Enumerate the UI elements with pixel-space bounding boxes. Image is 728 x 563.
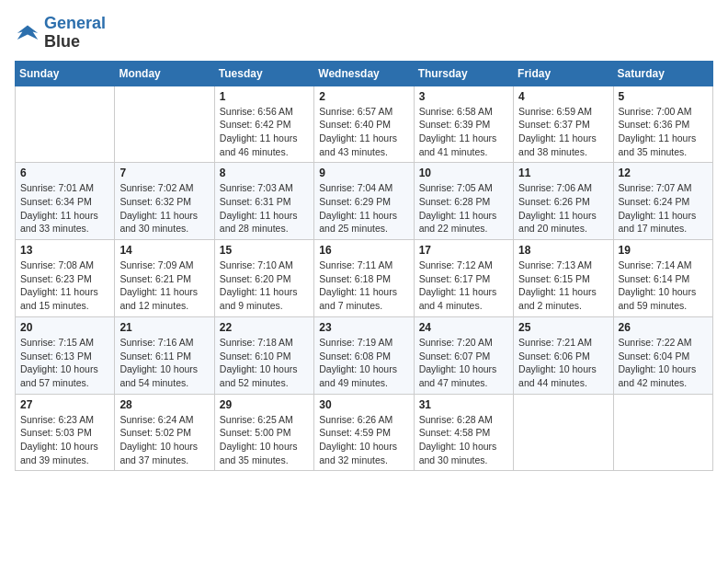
day-info: Sunrise: 7:09 AM Sunset: 6:21 PM Dayligh…	[119, 259, 209, 313]
calendar-cell: 28Sunrise: 6:24 AM Sunset: 5:02 PM Dayli…	[115, 394, 214, 471]
day-number: 18	[518, 244, 608, 257]
column-header-thursday: Thursday	[414, 61, 513, 86]
day-number: 7	[119, 167, 209, 179]
calendar-cell	[514, 394, 613, 471]
day-number: 24	[419, 321, 508, 334]
day-info: Sunrise: 7:16 AM Sunset: 6:11 PM Dayligh…	[119, 336, 209, 390]
calendar-cell: 3Sunrise: 6:58 AM Sunset: 6:39 PM Daylig…	[414, 86, 513, 163]
day-info: Sunrise: 7:19 AM Sunset: 6:08 PM Dayligh…	[319, 336, 408, 390]
day-info: Sunrise: 7:00 AM Sunset: 6:36 PM Dayligh…	[619, 105, 708, 159]
day-info: Sunrise: 7:18 AM Sunset: 6:10 PM Dayligh…	[220, 336, 309, 390]
day-info: Sunrise: 7:22 AM Sunset: 6:04 PM Dayligh…	[619, 336, 708, 390]
calendar-cell: 30Sunrise: 6:26 AM Sunset: 4:59 PM Dayli…	[314, 394, 414, 471]
day-number: 28	[119, 398, 209, 411]
day-number: 12	[619, 167, 708, 179]
column-header-tuesday: Tuesday	[214, 61, 313, 86]
day-info: Sunrise: 6:57 AM Sunset: 6:40 PM Dayligh…	[319, 105, 408, 159]
svg-marker-0	[17, 25, 38, 39]
day-info: Sunrise: 7:06 AM Sunset: 6:26 PM Dayligh…	[518, 181, 608, 236]
day-info: Sunrise: 7:20 AM Sunset: 6:07 PM Dayligh…	[419, 336, 508, 390]
calendar-cell: 24Sunrise: 7:20 AM Sunset: 6:07 PM Dayli…	[414, 316, 513, 394]
day-number: 13	[20, 244, 109, 257]
calendar-cell: 16Sunrise: 7:11 AM Sunset: 6:18 PM Dayli…	[314, 240, 414, 317]
calendar-cell: 4Sunrise: 6:59 AM Sunset: 6:37 PM Daylig…	[514, 86, 613, 163]
calendar-table: SundayMondayTuesdayWednesdayThursdayFrid…	[15, 61, 713, 472]
day-number: 15	[220, 244, 309, 257]
page-header: GeneralBlue	[15, 15, 713, 52]
calendar-week-2: 6Sunrise: 7:01 AM Sunset: 6:34 PM Daylig…	[16, 163, 713, 240]
day-info: Sunrise: 7:13 AM Sunset: 6:15 PM Dayligh…	[518, 259, 608, 313]
day-info: Sunrise: 6:56 AM Sunset: 6:42 PM Dayligh…	[220, 105, 309, 159]
calendar-cell	[16, 86, 115, 163]
calendar-cell: 11Sunrise: 7:06 AM Sunset: 6:26 PM Dayli…	[514, 163, 613, 240]
day-number: 21	[119, 321, 209, 334]
calendar-cell: 25Sunrise: 7:21 AM Sunset: 6:06 PM Dayli…	[514, 316, 613, 394]
day-info: Sunrise: 7:03 AM Sunset: 6:31 PM Dayligh…	[220, 181, 309, 236]
day-number: 10	[419, 167, 508, 179]
day-number: 17	[419, 244, 508, 257]
day-info: Sunrise: 7:05 AM Sunset: 6:28 PM Dayligh…	[419, 181, 508, 236]
day-number: 29	[220, 398, 309, 411]
day-number: 23	[319, 321, 408, 334]
day-info: Sunrise: 7:21 AM Sunset: 6:06 PM Dayligh…	[518, 336, 608, 390]
calendar-week-5: 27Sunrise: 6:23 AM Sunset: 5:03 PM Dayli…	[16, 394, 713, 471]
day-number: 11	[518, 167, 608, 179]
day-info: Sunrise: 6:28 AM Sunset: 4:58 PM Dayligh…	[419, 413, 508, 467]
calendar-cell: 26Sunrise: 7:22 AM Sunset: 6:04 PM Dayli…	[613, 316, 712, 394]
calendar-cell: 8Sunrise: 7:03 AM Sunset: 6:31 PM Daylig…	[214, 163, 313, 240]
day-info: Sunrise: 6:58 AM Sunset: 6:39 PM Dayligh…	[419, 105, 508, 159]
calendar-cell: 18Sunrise: 7:13 AM Sunset: 6:15 PM Dayli…	[514, 240, 613, 317]
day-number: 27	[20, 398, 109, 411]
day-number: 16	[319, 244, 408, 257]
calendar-cell: 29Sunrise: 6:25 AM Sunset: 5:00 PM Dayli…	[214, 394, 313, 471]
calendar-cell: 7Sunrise: 7:02 AM Sunset: 6:32 PM Daylig…	[115, 163, 214, 240]
calendar-cell: 22Sunrise: 7:18 AM Sunset: 6:10 PM Dayli…	[214, 316, 313, 394]
day-info: Sunrise: 6:25 AM Sunset: 5:00 PM Dayligh…	[220, 413, 309, 467]
day-info: Sunrise: 7:14 AM Sunset: 6:14 PM Dayligh…	[619, 259, 708, 313]
day-info: Sunrise: 6:26 AM Sunset: 4:59 PM Dayligh…	[319, 413, 408, 467]
day-number: 30	[319, 398, 408, 411]
calendar-cell: 14Sunrise: 7:09 AM Sunset: 6:21 PM Dayli…	[115, 240, 214, 317]
logo-bird-icon	[15, 20, 40, 46]
day-info: Sunrise: 7:04 AM Sunset: 6:29 PM Dayligh…	[319, 181, 408, 236]
column-header-wednesday: Wednesday	[314, 61, 414, 86]
column-header-monday: Monday	[115, 61, 214, 86]
calendar-cell: 19Sunrise: 7:14 AM Sunset: 6:14 PM Dayli…	[613, 240, 712, 317]
day-info: Sunrise: 7:15 AM Sunset: 6:13 PM Dayligh…	[20, 336, 109, 390]
day-number: 1	[220, 90, 309, 103]
calendar-cell: 6Sunrise: 7:01 AM Sunset: 6:34 PM Daylig…	[16, 163, 115, 240]
day-info: Sunrise: 6:23 AM Sunset: 5:03 PM Dayligh…	[20, 413, 109, 467]
day-number: 5	[619, 90, 708, 103]
day-number: 8	[220, 167, 309, 179]
calendar-week-1: 1Sunrise: 6:56 AM Sunset: 6:42 PM Daylig…	[16, 86, 713, 163]
day-info: Sunrise: 7:10 AM Sunset: 6:20 PM Dayligh…	[220, 259, 309, 313]
calendar-cell: 5Sunrise: 7:00 AM Sunset: 6:36 PM Daylig…	[613, 86, 712, 163]
calendar-cell	[115, 86, 214, 163]
day-info: Sunrise: 7:08 AM Sunset: 6:23 PM Dayligh…	[20, 259, 109, 313]
day-info: Sunrise: 7:11 AM Sunset: 6:18 PM Dayligh…	[319, 259, 408, 313]
day-info: Sunrise: 6:59 AM Sunset: 6:37 PM Dayligh…	[518, 105, 608, 159]
calendar-cell	[613, 394, 712, 471]
day-number: 19	[619, 244, 708, 257]
calendar-cell: 20Sunrise: 7:15 AM Sunset: 6:13 PM Dayli…	[16, 316, 115, 394]
day-info: Sunrise: 7:12 AM Sunset: 6:17 PM Dayligh…	[419, 259, 508, 313]
day-number: 20	[20, 321, 109, 334]
calendar-cell: 21Sunrise: 7:16 AM Sunset: 6:11 PM Dayli…	[115, 316, 214, 394]
day-number: 4	[518, 90, 608, 103]
calendar-cell: 17Sunrise: 7:12 AM Sunset: 6:17 PM Dayli…	[414, 240, 513, 317]
day-info: Sunrise: 7:01 AM Sunset: 6:34 PM Dayligh…	[20, 181, 109, 236]
calendar-cell: 15Sunrise: 7:10 AM Sunset: 6:20 PM Dayli…	[214, 240, 313, 317]
column-header-saturday: Saturday	[613, 61, 712, 86]
day-number: 14	[119, 244, 209, 257]
logo: GeneralBlue	[15, 15, 106, 52]
calendar-week-4: 20Sunrise: 7:15 AM Sunset: 6:13 PM Dayli…	[16, 316, 713, 394]
calendar-cell: 23Sunrise: 7:19 AM Sunset: 6:08 PM Dayli…	[314, 316, 414, 394]
day-number: 9	[319, 167, 408, 179]
day-number: 6	[20, 167, 109, 179]
calendar-cell: 10Sunrise: 7:05 AM Sunset: 6:28 PM Dayli…	[414, 163, 513, 240]
day-number: 2	[319, 90, 408, 103]
calendar-week-3: 13Sunrise: 7:08 AM Sunset: 6:23 PM Dayli…	[16, 240, 713, 317]
day-info: Sunrise: 7:02 AM Sunset: 6:32 PM Dayligh…	[119, 181, 209, 236]
calendar-cell: 2Sunrise: 6:57 AM Sunset: 6:40 PM Daylig…	[314, 86, 414, 163]
logo-text: GeneralBlue	[44, 15, 106, 52]
